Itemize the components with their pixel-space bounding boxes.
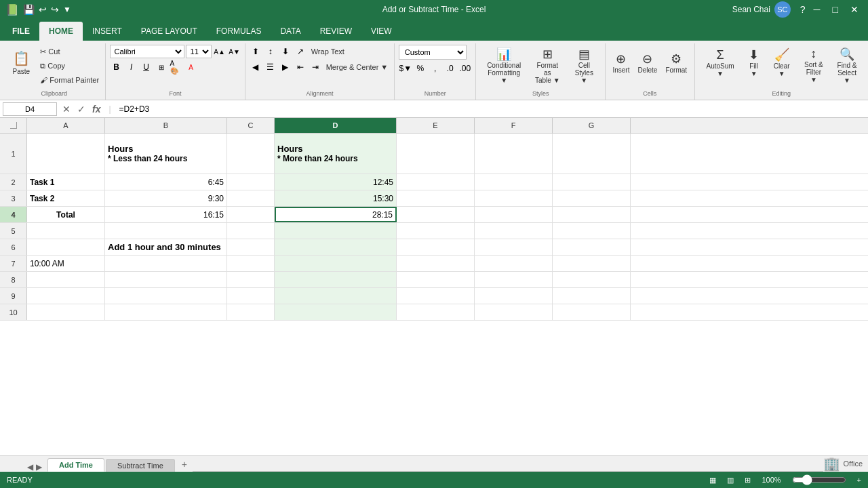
row-header-8[interactable]: 8	[0, 272, 27, 287]
formula-input[interactable]	[117, 104, 865, 114]
wrap-text-button[interactable]: Wrap Text	[309, 45, 347, 58]
cell-e5[interactable]	[397, 223, 475, 239]
tab-page-layout[interactable]: PAGE LAYOUT	[132, 22, 207, 41]
col-header-g[interactable]: G	[553, 118, 631, 133]
comma-button[interactable]: ,	[429, 62, 442, 75]
zoom-slider[interactable]	[792, 474, 846, 485]
row-header-7[interactable]: 7	[0, 256, 27, 271]
cut-button[interactable]: ✂ Cut	[37, 45, 102, 58]
cell-e8[interactable]	[397, 272, 475, 287]
cell-e2[interactable]	[397, 174, 475, 190]
font-size-select[interactable]: 11	[186, 45, 212, 58]
col-header-c[interactable]: C	[227, 118, 275, 133]
cell-f9[interactable]	[475, 288, 553, 304]
underline-button[interactable]: U	[140, 60, 153, 74]
decrease-font-button[interactable]: A▼	[228, 45, 241, 58]
cell-f8[interactable]	[475, 272, 553, 287]
formula-fx-icon[interactable]: fx	[90, 102, 103, 116]
tab-review[interactable]: REVIEW	[311, 22, 361, 41]
increase-indent-button[interactable]: ⇥	[309, 60, 322, 74]
minimize-icon[interactable]: ─	[810, 4, 825, 15]
save-icon[interactable]: 💾	[23, 4, 35, 15]
cell-e1[interactable]	[397, 134, 475, 174]
cell-d6[interactable]	[275, 239, 397, 255]
tab-home[interactable]: HOME	[39, 22, 83, 41]
row-header-5[interactable]: 5	[0, 223, 27, 239]
cell-a6[interactable]	[27, 239, 105, 255]
cell-b8[interactable]	[105, 272, 227, 287]
tab-insert[interactable]: INSERT	[83, 22, 132, 41]
cell-c10[interactable]	[227, 304, 275, 320]
number-format-select[interactable]: Custom General Number Currency Short Dat…	[399, 45, 467, 60]
row-header-2[interactable]: 2	[0, 174, 27, 190]
cell-a9[interactable]	[27, 288, 105, 304]
cell-a4[interactable]: Total	[27, 207, 105, 222]
cell-b2[interactable]: 6:45	[105, 174, 227, 190]
cell-a10[interactable]	[27, 304, 105, 320]
cell-e3[interactable]	[397, 190, 475, 206]
cell-g10[interactable]	[553, 304, 631, 320]
percent-button[interactable]: %	[414, 62, 427, 75]
cell-b6[interactable]: Add 1 hour and 30 minutes	[105, 239, 227, 255]
name-box[interactable]	[3, 102, 57, 116]
conditional-formatting-button[interactable]: 📊 ConditionalFormatting ▼	[480, 45, 528, 86]
cell-d4[interactable]: 28:15	[275, 207, 397, 222]
delete-button[interactable]: ⊖ Delete	[634, 45, 660, 80]
cell-a5[interactable]	[27, 223, 105, 239]
row-header-9[interactable]: 9	[0, 288, 27, 304]
cell-c4[interactable]	[227, 207, 275, 222]
cell-e9[interactable]	[397, 288, 475, 304]
cell-e4[interactable]	[397, 207, 475, 222]
view-normal-icon[interactable]: ▦	[709, 476, 716, 485]
cell-g6[interactable]	[553, 239, 631, 255]
redo-icon[interactable]: ↪	[51, 4, 59, 15]
cell-f2[interactable]	[475, 174, 553, 190]
cell-a2[interactable]: Task 1	[27, 174, 105, 190]
cell-c8[interactable]	[227, 272, 275, 287]
close-icon[interactable]: ✕	[846, 4, 863, 15]
cell-f10[interactable]	[475, 304, 553, 320]
cell-g8[interactable]	[553, 272, 631, 287]
cell-d9[interactable]	[275, 288, 397, 304]
col-header-b[interactable]: B	[105, 118, 227, 133]
format-as-table-button[interactable]: ⊞ Format asTable ▼	[529, 45, 566, 86]
cell-f3[interactable]	[475, 190, 553, 206]
cell-c3[interactable]	[227, 190, 275, 206]
cell-b7[interactable]	[105, 256, 227, 271]
find-select-button[interactable]: 🔍 Find &Select ▼	[830, 45, 864, 86]
fill-button[interactable]: ⬇ Fill ▼	[743, 45, 765, 80]
align-bottom-button[interactable]: ⬇	[279, 45, 292, 58]
cell-g5[interactable]	[553, 223, 631, 239]
cell-d1[interactable]: Hours * More than 24 hours	[275, 134, 397, 174]
clear-button[interactable]: 🧹 Clear ▼	[766, 45, 797, 80]
decrease-indent-button[interactable]: ⇤	[294, 60, 307, 74]
cell-f7[interactable]	[475, 256, 553, 271]
row-header-6[interactable]: 6	[0, 239, 27, 255]
cell-f6[interactable]	[475, 239, 553, 255]
cell-d7[interactable]	[275, 256, 397, 271]
italic-button[interactable]: I	[125, 60, 138, 74]
row-header-10[interactable]: 10	[0, 304, 27, 320]
format-button[interactable]: ⚙ Format	[662, 45, 690, 80]
help-icon[interactable]: ?	[800, 4, 806, 15]
format-painter-button[interactable]: 🖌 Format Painter	[37, 73, 102, 87]
cell-g2[interactable]	[553, 174, 631, 190]
cell-a1[interactable]	[27, 134, 105, 174]
font-color-button[interactable]: A	[184, 60, 198, 74]
cell-c1[interactable]	[227, 134, 275, 174]
currency-button[interactable]: $▼	[399, 62, 412, 75]
cell-f1[interactable]	[475, 134, 553, 174]
cell-c5[interactable]	[227, 223, 275, 239]
insert-button[interactable]: ⊕ Insert	[609, 45, 633, 80]
bold-button[interactable]: B	[110, 60, 123, 74]
row-header-4[interactable]: 4	[0, 207, 27, 222]
autosum-button[interactable]: Σ AutoSum ▼	[699, 45, 742, 80]
formula-confirm-icon[interactable]: ✓	[75, 102, 88, 116]
tab-view[interactable]: VIEW	[361, 22, 401, 41]
customize-icon[interactable]: ▼	[63, 5, 71, 14]
maximize-icon[interactable]: □	[829, 4, 842, 15]
cell-d3[interactable]: 15:30	[275, 190, 397, 206]
cell-f5[interactable]	[475, 223, 553, 239]
cell-d8[interactable]	[275, 272, 397, 287]
view-pagebreak-icon[interactable]: ⊞	[745, 476, 751, 485]
